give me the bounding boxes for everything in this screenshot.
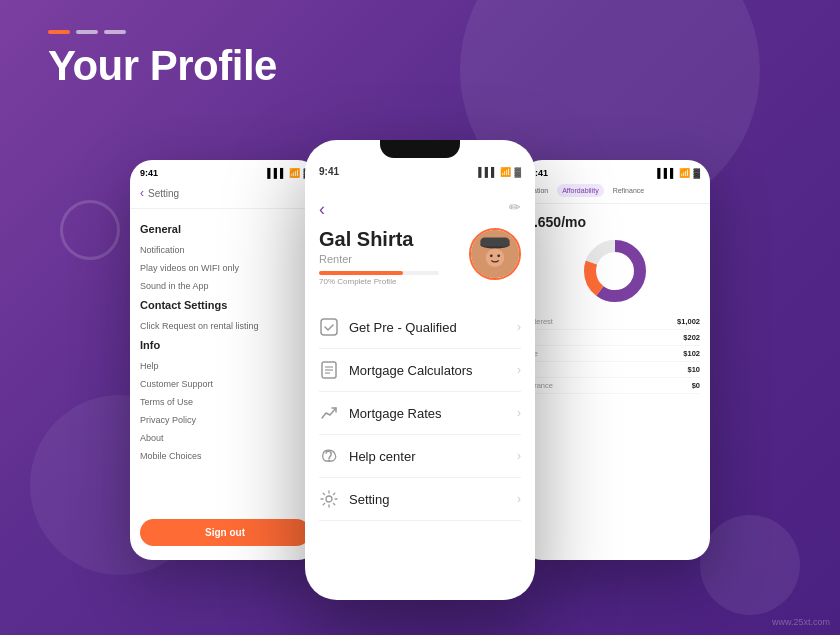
left-nav: ‹ Setting [130,180,320,209]
avatar [469,228,521,280]
help-center-chevron: › [517,449,521,463]
edit-icon[interactable]: ✏ [509,199,521,220]
contact-section-title: Contact Settings [140,299,310,311]
interest-value: $1,002 [677,317,700,326]
header-dashes [48,30,277,34]
svg-point-9 [497,254,500,257]
help-center-label: Help center [349,449,415,464]
donut-chart [580,236,650,306]
insurance-value: $102 [683,349,700,358]
mortgage-calc-chevron: › [517,363,521,377]
setting-item[interactable]: Setting › [319,478,521,521]
accent-dash [48,30,70,34]
avatar-image [471,230,519,278]
right-status-bar: 9:41 ▌▌▌ 📶 ▓ [520,160,710,180]
hoa-value: $0 [692,381,700,390]
left-time: 9:41 [140,168,158,178]
svg-rect-6 [480,237,510,246]
general-section-title: General [140,223,310,235]
main-back-arrow-icon[interactable]: ‹ [319,199,325,220]
nav-row: ‹ ✏ [319,199,521,220]
mortgage-rates-icon [319,403,339,423]
right-content: ..650/mo nterest $1,002 s [520,204,710,402]
terms-item[interactable]: Terms of Use [140,393,310,411]
header: Your Profile [48,30,277,90]
breakdown-hoa: urance $0 [530,378,700,394]
sound-item[interactable]: Sound in the App [140,277,310,295]
affordability-phone: 9:41 ▌▌▌ 📶 ▓ ation Affordability Refinan… [520,160,710,560]
info-section-title: Info [140,339,310,351]
page-title: Your Profile [48,42,277,90]
tab-refinance[interactable]: Refinance [608,184,650,197]
settings-phone: 9:41 ▌▌▌ 📶 ▓ ‹ Setting General Notificat… [130,160,320,560]
progress-text: 70% Complete Profile [319,277,439,286]
taxes-value: $202 [683,333,700,342]
svg-point-7 [486,248,504,266]
settings-content: General Notification Play videos on WIFI… [130,209,320,475]
profile-role: Renter [319,253,439,265]
dash-2 [76,30,98,34]
breakdown-interest: nterest $1,002 [530,314,700,330]
pre-qualified-label: Get Pre - Qualified [349,320,457,335]
pre-qualified-chevron: › [517,320,521,334]
bg-circle-3 [700,515,800,615]
mortgage-rates-chevron: › [517,406,521,420]
mortgage-rates-label: Mortgage Rates [349,406,442,421]
mortgage-rates-item[interactable]: Mortgage Rates › [319,392,521,435]
notification-item[interactable]: Notification [140,241,310,259]
get-pre-qualified-item[interactable]: Get Pre - Qualified › [319,306,521,349]
svg-point-8 [490,254,493,257]
left-signal: ▌▌▌ 📶 ▓ [267,168,310,178]
breakdown-insurance: ce $102 [530,346,700,362]
progress-bar-fill [319,271,403,275]
main-signal: ▌▌▌ 📶 ▓ [478,167,521,177]
bg-circle-4 [60,200,120,260]
mortgage-calc-item[interactable]: Mortgage Calculators › [319,349,521,392]
mobile-choices-item[interactable]: Mobile Choices [140,447,310,465]
click-request-item[interactable]: Click Request on rental listing [140,317,310,335]
right-signal: ▌▌▌ 📶 ▓ [657,168,700,178]
back-arrow-icon: ‹ [140,186,144,200]
progress-bar-bg [319,271,439,275]
phones-area: 9:41 ▌▌▌ 📶 ▓ ‹ Setting General Notificat… [130,140,710,620]
tab-affordability[interactable]: Affordability [557,184,603,197]
help-center-item[interactable]: Help center › [319,435,521,478]
menu-list: Get Pre - Qualified › [319,306,521,521]
profile-name: Gal Shirta [319,228,439,251]
setting-label: Setting [349,492,389,507]
avatar-svg [471,228,519,280]
privacy-item[interactable]: Privacy Policy [140,411,310,429]
breakdown-other: $10 [530,362,700,378]
main-time: 9:41 [319,166,339,177]
phone-notch [380,140,460,158]
main-content: ‹ ✏ Gal Shirta Renter 70% Complete Profi… [305,189,535,521]
svg-point-16 [326,496,332,502]
other-value: $10 [687,365,700,374]
customer-support-item[interactable]: Customer Support [140,375,310,393]
pre-qualified-icon [319,317,339,337]
profile-info: Gal Shirta Renter 70% Complete Profile [319,228,439,298]
setting-chevron: › [517,492,521,506]
main-phone: 9:41 ▌▌▌ 📶 ▓ ‹ ✏ Gal Shirta Renter [305,140,535,600]
help-item[interactable]: Help [140,357,310,375]
play-videos-item[interactable]: Play videos on WIFI only [140,259,310,277]
left-status-bar: 9:41 ▌▌▌ 📶 ▓ [130,160,320,180]
mortgage-calc-label: Mortgage Calculators [349,363,473,378]
setting-icon [319,489,339,509]
main-status-bar: 9:41 ▌▌▌ 📶 ▓ [305,158,535,181]
breakdown-taxes: s $202 [530,330,700,346]
svg-rect-10 [321,319,337,335]
donut-svg [580,236,650,306]
about-item[interactable]: About [140,429,310,447]
sign-out-button[interactable]: Sign out [140,519,310,546]
watermark: www.25xt.com [772,617,830,627]
profile-header: Gal Shirta Renter 70% Complete Profile [319,228,521,298]
monthly-value: ..650/mo [530,214,700,230]
settings-nav-label: Setting [148,188,179,199]
mortgage-calc-icon [319,360,339,380]
dash-3 [104,30,126,34]
affordability-tabs: ation Affordability Refinance [520,180,710,204]
help-center-icon [319,446,339,466]
